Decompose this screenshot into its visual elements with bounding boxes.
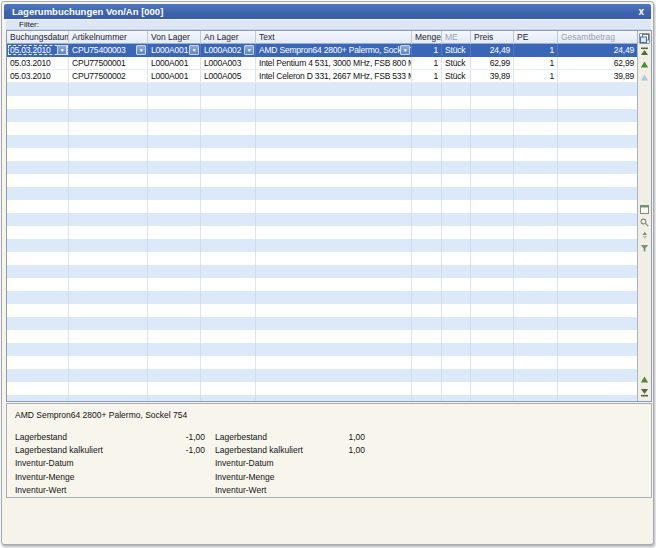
column-separator (255, 83, 256, 401)
column-header-buchungsdatum[interactable]: Buchungsdatum (7, 31, 69, 44)
cell-buchungsdatum: 05.03.2010▼ (7, 44, 69, 56)
detail-label: Inventur-Wert (15, 484, 153, 497)
stock-transfer-grid: BuchungsdatumArtikelnummerVon LagerAn La… (6, 30, 652, 402)
cell-artikelnummer: CPU77500002 (69, 70, 148, 82)
empty-rows-area (7, 83, 638, 401)
dropdown-icon[interactable]: ▼ (189, 45, 199, 55)
fast-up-icon[interactable] (639, 374, 650, 385)
detail-value (153, 457, 205, 470)
detail-row-left: Lagerbestand kalkuliert-1,00 (15, 444, 205, 457)
grid-side-toolbar (637, 31, 651, 401)
cell-text: 1 (433, 58, 438, 68)
window-titlebar[interactable]: Lagerumbuchungen Von/An [000] x (4, 4, 651, 19)
app-window: Lagerumbuchungen Von/An [000] x Filter: … (1, 1, 654, 545)
cell-text: 1 (433, 71, 438, 81)
detail-label: Inventur-Datum (215, 457, 313, 470)
cell-preis: 62,99 (471, 57, 514, 69)
cell-pe: 1 (514, 70, 558, 82)
cell-gesamtbetrag: 24,49 (558, 44, 638, 56)
grid-header-row: BuchungsdatumArtikelnummerVon LagerAn La… (7, 31, 638, 44)
detail-row-left: Lagerbestand-1,00 (15, 431, 205, 444)
detail-label: Lagerbestand kalkuliert (15, 444, 153, 457)
form-view-icon[interactable] (639, 204, 650, 215)
dropdown-icon[interactable]: ▼ (244, 45, 254, 55)
cell-an_lager: L000A002▼ (201, 44, 256, 56)
cell-text: 24,49 (614, 45, 634, 55)
column-separator (441, 83, 442, 401)
cell-von_lager: L000A001 (148, 70, 201, 82)
detail-label: Inventur-Wert (215, 484, 313, 497)
dropdown-icon[interactable]: ▼ (57, 45, 67, 55)
detail-value (313, 484, 365, 497)
scroll-up-icon[interactable] (639, 59, 650, 70)
cell-text: L000A001 (151, 71, 188, 81)
dropdown-icon[interactable]: ▼ (136, 45, 146, 55)
table-row[interactable]: 05.03.2010CPU77500002L000A001L000A005Int… (7, 70, 638, 83)
cell-text: 1 (549, 58, 554, 68)
table-row[interactable]: 05.03.2010CPU77500001L000A001L000A003Int… (7, 57, 638, 70)
scroll-to-bottom-icon[interactable] (639, 387, 650, 398)
cell-text: 39,89 (614, 71, 634, 81)
detail-panel: AMD Sempron64 2800+ Palermo, Sockel 754 … (6, 403, 652, 498)
column-header-artikelnummer[interactable]: Artikelnummer (69, 31, 148, 44)
cell-text: CPU77500001 (72, 58, 126, 68)
cell-text: L000A005 (204, 71, 241, 81)
detail-row-left: Inventur-Menge (15, 471, 205, 484)
column-separator (147, 83, 148, 401)
scroll-to-top-icon[interactable] (639, 46, 650, 57)
detail-left-column: Lagerbestand-1,00Lagerbestand kalkuliert… (15, 431, 205, 497)
sort-icon[interactable] (639, 230, 650, 241)
grid-body: 05.03.2010▼CPU75400003▼L000A001▼L000A002… (7, 44, 638, 401)
cell-text: 62,99 (614, 58, 634, 68)
cell-text: L000A001 (151, 45, 188, 55)
cell-buchungsdatum: 05.03.2010 (7, 70, 69, 82)
cell-me: Stück (442, 70, 471, 82)
column-header-text[interactable]: Text (256, 31, 412, 44)
detail-value: 1,00 (313, 431, 365, 444)
column-header-preis[interactable]: Preis (471, 31, 514, 44)
cell-menge: 1 (412, 70, 442, 82)
cell-von_lager: L000A001▼ (148, 44, 201, 56)
filter-bar[interactable]: Filter: (6, 20, 651, 30)
column-select-icon[interactable] (639, 33, 650, 44)
column-separator (513, 83, 514, 401)
column-header-menge[interactable]: Menge (412, 31, 442, 44)
detail-value (313, 471, 365, 484)
column-header-gesamtbetrag[interactable]: Gesamtbetrag (558, 31, 638, 44)
column-header-von_lager[interactable]: Von Lager (148, 31, 201, 44)
detail-value (153, 484, 205, 497)
cell-text: 1 (433, 45, 438, 55)
filter-label: Filter: (19, 20, 39, 29)
detail-value (153, 471, 205, 484)
cell-text: Intel Celeron D 331, 2667 MHz, FSB 533 M… (259, 71, 412, 81)
detail-label: Inventur-Menge (215, 471, 313, 484)
column-header-an_lager[interactable]: An Lager (201, 31, 256, 44)
cell-text: L000A002 (204, 45, 241, 55)
dropdown-icon[interactable]: ▼ (400, 45, 410, 55)
cell-me: Stück (442, 57, 471, 69)
column-header-me[interactable]: ME (442, 31, 471, 44)
detail-label: Lagerbestand kalkuliert (215, 444, 313, 457)
detail-row-left: Inventur-Datum (15, 457, 205, 470)
detail-label: Lagerbestand (15, 431, 153, 444)
cell-text: 24,49 (490, 45, 510, 55)
cell-an_lager: L000A003 (201, 57, 256, 69)
cell-text: Stück (445, 45, 465, 55)
window-title: Lagerumbuchungen Von/An [000] (12, 6, 163, 17)
detail-label: Inventur-Datum (15, 457, 153, 470)
close-icon[interactable]: x (638, 4, 644, 19)
detail-row-right: Inventur-Menge (215, 471, 365, 484)
cell-text: AMD Sempron64 2800+ Palermo, Sockel 754 (259, 45, 412, 55)
detail-row-right: Lagerbestand1,00 (215, 431, 365, 444)
table-row[interactable]: 05.03.2010▼CPU75400003▼L000A001▼L000A002… (7, 44, 638, 57)
cell-gesamtbetrag: 39,89 (558, 70, 638, 82)
search-icon[interactable] (639, 217, 650, 228)
cell-text: CPU75400003 (72, 45, 126, 55)
cell-pe: 1 (514, 57, 558, 69)
detail-row-right: Inventur-Wert (215, 484, 365, 497)
cell-text: 1 (549, 71, 554, 81)
column-header-pe[interactable]: PE (514, 31, 558, 44)
detail-row-left: Inventur-Wert (15, 484, 205, 497)
page-up-icon[interactable] (639, 72, 650, 83)
filter-icon[interactable] (639, 243, 650, 254)
